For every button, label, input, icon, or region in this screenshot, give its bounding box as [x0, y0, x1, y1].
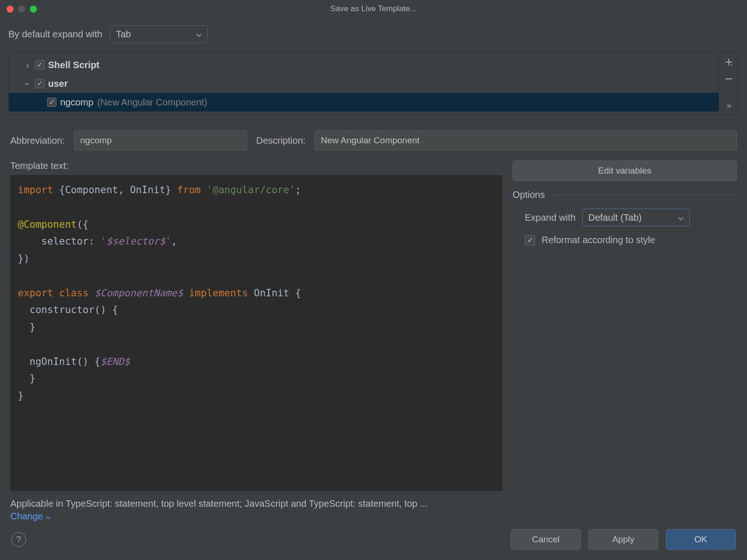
change-link-text: Change: [10, 511, 43, 522]
more-icon[interactable]: ››: [727, 101, 731, 114]
chevron-down-icon: [678, 212, 684, 223]
apply-button[interactable]: Apply: [588, 529, 658, 550]
description-label: Description:: [256, 135, 306, 146]
expand-with-value: Default (Tab): [588, 212, 642, 223]
expand-with-row: Expand with Default (Tab): [513, 209, 737, 226]
tree-item-description: (New Angular Component): [97, 97, 207, 108]
options-panel: Edit variables Options Expand with Defau…: [513, 161, 737, 522]
tree-group-shell-script[interactable]: › ✓ Shell Script: [9, 56, 719, 74]
tree-group-label: Shell Script: [48, 60, 99, 70]
chevron-down-icon: [46, 511, 51, 522]
edit-variables-button[interactable]: Edit variables: [513, 161, 737, 181]
name-row: Abbreviation: Description:: [0, 115, 747, 155]
template-text-editor[interactable]: import {Component, OnInit} from '@angula…: [10, 175, 502, 491]
change-contexts-link[interactable]: Change: [10, 511, 502, 522]
titlebar: Save as Live Template...: [0, 0, 747, 18]
dialog-footer: ? Cancel Apply OK: [0, 522, 747, 560]
expand-default-value: Tab: [116, 29, 131, 40]
applicable-contexts: Applicable in TypeScript: statement, top…: [10, 491, 502, 511]
reformat-label: Reformat according to style: [542, 235, 655, 245]
tree-item-name: ngcomp: [60, 97, 93, 108]
chevron-right-icon: ›: [24, 60, 31, 70]
window-title: Save as Live Template...: [0, 4, 747, 14]
tree-group-label: user: [48, 78, 68, 89]
description-input[interactable]: [315, 131, 737, 150]
checkbox-checked-icon[interactable]: ✓: [47, 98, 56, 107]
expand-default-select[interactable]: Tab: [110, 25, 208, 43]
zoom-window-icon[interactable]: [30, 6, 37, 13]
expand-with-label: Expand with: [525, 212, 576, 223]
tree-body: › ✓ Shell Script › ✓ user ✓ ngcomp (New …: [9, 53, 719, 114]
cancel-button[interactable]: Cancel: [511, 529, 581, 550]
tree-toolbar: ››: [719, 53, 738, 114]
abbreviation-label: Abbreviation:: [10, 135, 65, 146]
expand-default-label: By default expand with: [8, 29, 102, 40]
minimize-window-icon[interactable]: [18, 6, 25, 13]
expand-with-select[interactable]: Default (Tab): [582, 209, 690, 226]
checkbox-checked-icon[interactable]: ✓: [35, 60, 44, 70]
options-heading-text: Options: [513, 189, 545, 200]
template-panel: Template text: import {Component, OnInit…: [10, 161, 502, 522]
reformat-row: ✓ Reformat according to style: [513, 235, 737, 245]
divider: [551, 195, 737, 195]
reformat-checkbox[interactable]: ✓: [525, 235, 535, 245]
abbreviation-input[interactable]: [74, 131, 247, 150]
window-controls: [7, 6, 37, 13]
close-window-icon[interactable]: [7, 6, 14, 13]
chevron-down-icon: [196, 29, 202, 40]
dialog-window: Save as Live Template... By default expa…: [0, 0, 747, 560]
help-icon[interactable]: ?: [11, 532, 26, 547]
template-text-label: Template text:: [10, 161, 502, 171]
main-area: Template text: import {Component, OnInit…: [0, 155, 747, 522]
template-group-tree: › ✓ Shell Script › ✓ user ✓ ngcomp (New …: [8, 52, 739, 115]
options-heading: Options: [513, 189, 737, 200]
chevron-down-icon: ›: [22, 80, 33, 87]
add-icon[interactable]: [724, 57, 733, 69]
ok-button[interactable]: OK: [666, 529, 736, 550]
tree-item-ngcomp[interactable]: ✓ ngcomp (New Angular Component): [9, 93, 719, 112]
checkbox-checked-icon[interactable]: ✓: [35, 79, 44, 88]
tree-group-user[interactable]: › ✓ user: [9, 74, 719, 93]
expand-default-row: By default expand with Tab: [0, 18, 747, 49]
remove-icon[interactable]: [724, 74, 733, 85]
